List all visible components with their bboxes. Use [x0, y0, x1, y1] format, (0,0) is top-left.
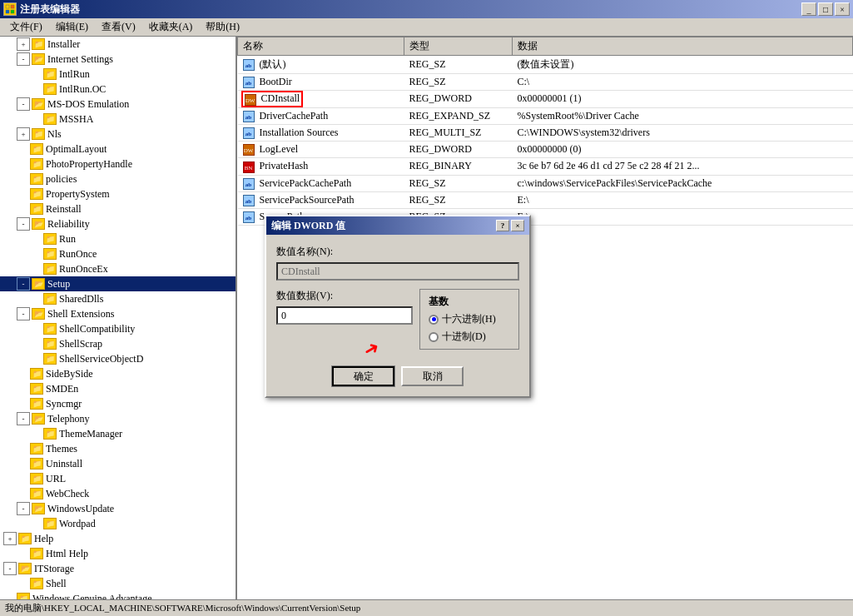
dialog-data-input[interactable]	[276, 306, 413, 325]
dialog-title-text: 编辑 DWORD 值	[271, 219, 345, 233]
table-row[interactable]: ab Installation Sources REG_MULTI_SZ C:\…	[238, 124, 853, 141]
menu-file[interactable]: 文件(F)	[3, 18, 49, 36]
reg-name: PrivateHash	[260, 160, 309, 171]
expand-icon[interactable]: +	[17, 127, 30, 141]
tree-item-shellserviceobject[interactable]: 📁 ShellServiceObjectD	[0, 351, 236, 366]
reg-name: ServicePackSourcePath	[260, 194, 355, 206]
tree-item-intlrun-oc[interactable]: 📁 IntlRun.OC	[0, 82, 236, 97]
table-row[interactable]: ab DriverCachePath REG_EXPAND_SZ %System…	[238, 107, 853, 124]
menu-favorites[interactable]: 收藏夹(A)	[142, 18, 200, 36]
reg-type-icon: ab	[243, 59, 255, 71]
tree-item-installer[interactable]: + 📁 Installer	[0, 37, 236, 52]
tree-item-runonce[interactable]: 📁 RunOnce	[0, 246, 236, 261]
tree-item-nls[interactable]: + 📁 Nls	[0, 127, 236, 142]
reg-type-icon: BN	[243, 161, 255, 173]
folder-icon: 📂	[32, 413, 45, 425]
tree-item-telephony[interactable]: - 📂 Telephony	[0, 411, 236, 426]
expand-icon[interactable]: -	[17, 97, 30, 111]
tree-item-shareddlls[interactable]: 📁 SharedDlls	[0, 291, 236, 306]
tree-item-shell-extensions[interactable]: - 📂 Shell Extensions	[0, 306, 236, 321]
dialog-help-button[interactable]: ?	[496, 220, 509, 231]
expand-icon[interactable]: -	[17, 502, 30, 515]
maximize-button[interactable]: □	[818, 2, 833, 16]
tree-item-policies[interactable]: 📁 policies	[0, 171, 236, 186]
table-row[interactable]: ab ServicePackCachePath REG_SZ c:\window…	[238, 175, 853, 191]
expand-icon[interactable]: -	[17, 217, 30, 231]
tree-item-help[interactable]: + 📁 Help	[0, 531, 236, 546]
tree-item-reinstall[interactable]: 📁 Reinstall	[0, 201, 236, 216]
dword-dialog[interactable]: 编辑 DWORD 值 ? × 数值名称(N): 数值数据(V): 基数 十六进制…	[265, 215, 531, 398]
registry-table: 名称 类型 数据 ab (默认) REG_SZ (数值未设置)	[237, 37, 853, 226]
expand-icon[interactable]: +	[3, 532, 17, 545]
minimize-button[interactable]: _	[801, 2, 816, 16]
tree-item-runoncex[interactable]: 📁 RunOnceEx	[0, 261, 236, 276]
tree-item-optimallayout[interactable]: 📁 OptimalLayout	[0, 142, 236, 156]
reg-name-cdinstall: CDInstall	[261, 92, 300, 104]
tree-item-msdos[interactable]: - 📂 MS-DOS Emulation	[0, 97, 236, 112]
tree-item-shellscrap[interactable]: 📁 ShellScrap	[0, 336, 236, 351]
folder-icon: 📁	[30, 458, 43, 469]
tree-item-shellcompat[interactable]: 📁 ShellCompatibility	[0, 321, 236, 336]
table-row[interactable]: ab BootDir REG_SZ C:\	[238, 74, 853, 91]
radio-decimal[interactable]: 十进制(D)	[429, 330, 510, 344]
reg-type: REG_SZ	[404, 56, 513, 74]
tree-item-setup[interactable]: - 📂 Setup	[0, 276, 236, 291]
tree-item-propertysystem[interactable]: 📁 PropertySystem	[0, 186, 236, 201]
folder-icon: 📁	[30, 143, 43, 155]
tree-panel[interactable]: + 📁 Installer - 📂 Internet Settings 📁 In…	[0, 37, 237, 599]
svg-rect-1	[11, 5, 14, 8]
col-name[interactable]: 名称	[238, 37, 404, 56]
folder-icon: 📂	[32, 53, 45, 65]
table-row[interactable]: ab ServicePackSourcePath REG_SZ E:\	[238, 191, 853, 208]
tree-item-run[interactable]: 📁 Run	[0, 231, 236, 246]
tree-item-intlrun[interactable]: 📁 IntlRun	[0, 67, 236, 82]
tree-item-sidebyside[interactable]: 📁 SideBySide	[0, 366, 236, 381]
folder-icon: 📁	[30, 173, 43, 185]
reg-type: REG_SZ	[404, 74, 513, 91]
tree-item-reliability[interactable]: - 📂 Reliability	[0, 216, 236, 231]
dialog-cancel-button[interactable]: 取消	[401, 366, 464, 386]
reg-type: REG_MULTI_SZ	[404, 124, 513, 141]
tree-item-mssha[interactable]: 📁 MSSHA	[0, 112, 236, 127]
reg-data: %SystemRoot%\Driver Cache	[513, 107, 853, 124]
tree-item-uninstall[interactable]: 📁 Uninstall	[0, 456, 236, 471]
tree-item-webcheck[interactable]: 📁 WebCheck	[0, 486, 236, 501]
radio-circle-hex	[429, 315, 439, 325]
tree-item-wga[interactable]: 📁 Windows Genuine Advantage	[0, 591, 236, 599]
expand-icon[interactable]: +	[17, 37, 30, 51]
tree-item-html-help[interactable]: 📁 Html Help	[0, 546, 236, 561]
tree-item-wordpad[interactable]: 📁 Wordpad	[0, 516, 236, 531]
expand-icon[interactable]: -	[17, 307, 30, 320]
table-row-cdinstall[interactable]: DW CDInstall REG_DWORD 0x00000001 (1)	[238, 91, 853, 107]
expand-icon[interactable]: -	[17, 52, 30, 66]
dialog-name-input[interactable]	[276, 262, 519, 281]
col-data[interactable]: 数据	[513, 37, 853, 56]
expand-icon[interactable]: -	[17, 277, 30, 291]
tree-item-smden[interactable]: 📁 SMDEn	[0, 381, 236, 396]
tree-item-photo[interactable]: 📁 PhotoPropertyHandle	[0, 156, 236, 171]
tree-item-internet-settings[interactable]: - 📂 Internet Settings	[0, 52, 236, 67]
menu-help[interactable]: 帮助(H)	[199, 18, 246, 36]
table-row[interactable]: ab (默认) REG_SZ (数值未设置)	[238, 56, 853, 74]
dialog-ok-button[interactable]: 确定	[332, 366, 394, 386]
dialog-close-button[interactable]: ×	[511, 220, 524, 231]
folder-icon: 📁	[43, 518, 57, 529]
tree-item-thememanager[interactable]: 📁 ThemeManager	[0, 426, 236, 441]
tree-item-windowsupdate[interactable]: - 📂 WindowsUpdate	[0, 501, 236, 516]
app-icon	[3, 2, 17, 16]
expand-icon[interactable]: -	[3, 562, 17, 575]
col-type[interactable]: 类型	[404, 37, 513, 56]
tree-item-url[interactable]: 📁 URL	[0, 471, 236, 486]
tree-item-themes[interactable]: 📁 Themes	[0, 441, 236, 456]
expand-icon[interactable]: -	[17, 412, 30, 425]
menu-edit[interactable]: 编辑(E)	[49, 18, 95, 36]
radio-hex[interactable]: 十六进制(H)	[429, 312, 510, 326]
close-button[interactable]: ×	[835, 2, 850, 16]
table-row[interactable]: BN PrivateHash REG_BINARY 3c 6e b7 6d 2e…	[238, 158, 853, 175]
tree-item-syncmgr[interactable]: 📁 Syncmgr	[0, 396, 236, 411]
tree-item-itstorage[interactable]: - 📂 ITStorage	[0, 561, 236, 576]
dialog-name-label: 数值名称(N):	[276, 245, 519, 259]
menu-view[interactable]: 查看(V)	[95, 18, 142, 36]
tree-item-shell[interactable]: 📁 Shell	[0, 576, 236, 591]
table-row[interactable]: DW LogLevel REG_DWORD 0x00000000 (0)	[238, 142, 853, 158]
